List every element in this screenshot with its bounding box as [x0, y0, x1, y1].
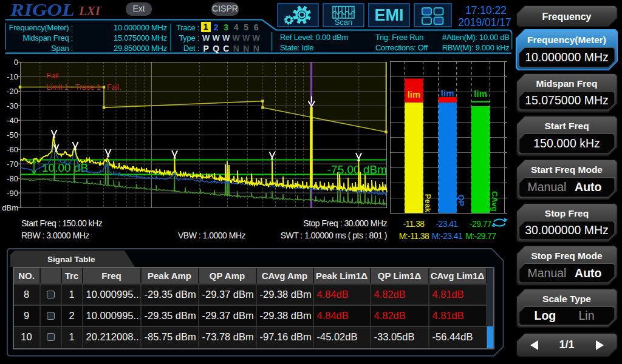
svg-text:lim: lim — [408, 89, 421, 99]
svg-text:-70: -70 — [7, 160, 18, 169]
svg-text:CAvg: CAvg — [490, 191, 499, 212]
svg-text:EMI: EMI — [374, 6, 403, 24]
svg-text:M:-29.77: M:-29.77 — [465, 231, 496, 241]
svg-text:Fail: Fail — [46, 71, 58, 80]
svg-text:Peak: Peak — [423, 194, 432, 213]
svg-text:M:-11.38: M:-11.38 — [399, 231, 429, 241]
svg-text:-60: -60 — [7, 145, 18, 154]
svg-text:dBm: dBm — [2, 203, 18, 212]
svg-text:Signal Table: Signal Table — [47, 255, 95, 264]
svg-text:lim: lim — [441, 88, 454, 98]
svg-text:Start Freq : 150.00 kHz: Start Freq : 150.00 kHz — [21, 218, 103, 228]
svg-text:lim: lim — [474, 89, 487, 99]
svg-text:-29.77: -29.77 — [470, 219, 492, 229]
svg-text:Scan: Scan — [335, 18, 353, 27]
svg-text:SWT : 1.00000 ms ( pts : 801 ): SWT : 1.00000 ms ( pts : 801 ) — [281, 231, 387, 240]
svg-text:-75.00 dBm: -75.00 dBm — [327, 163, 387, 176]
svg-text:M:-23.41: M:-23.41 — [432, 231, 463, 241]
svg-text:-80: -80 — [7, 174, 18, 183]
svg-text:0: 0 — [14, 58, 18, 67]
svg-text:RBW : 3.0000 MHz: RBW : 3.0000 MHz — [21, 231, 89, 240]
svg-text:-50: -50 — [7, 130, 18, 140]
svg-text:-23.41: -23.41 — [436, 219, 458, 229]
svg-text:-30: -30 — [7, 101, 18, 110]
svg-text:-40: -40 — [7, 116, 18, 125]
svg-text:-10: -10 — [7, 72, 18, 81]
svg-text:-90: -90 — [7, 189, 18, 198]
svg-text:Stop Freq : 30.000 MHz: Stop Freq : 30.000 MHz — [303, 218, 387, 228]
svg-text:-11.38: -11.38 — [403, 219, 425, 229]
svg-text:Limit 1 - Trace 1 : Fail.: Limit 1 - Trace 1 : Fail. — [46, 83, 121, 92]
svg-text:VBW : 1.0000 MHz: VBW : 1.0000 MHz — [178, 231, 246, 240]
svg-text:QP: QP — [457, 195, 466, 206]
svg-text:-20: -20 — [7, 87, 18, 96]
